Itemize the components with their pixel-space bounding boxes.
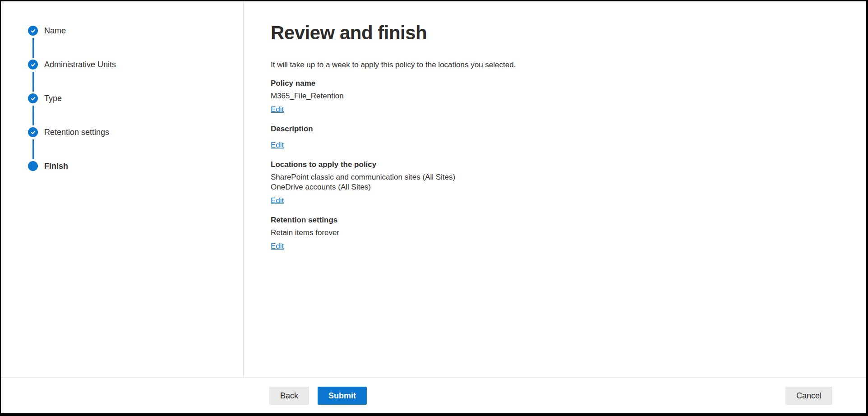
step-label: Administrative Units <box>44 60 116 69</box>
stepper-steps-list: Name Administrative Units Type Retention… <box>28 26 243 171</box>
edit-link[interactable]: Edit <box>271 140 284 150</box>
check-icon <box>30 96 36 102</box>
review-sections: Policy name M365_File_Retention Edit Des… <box>271 78 839 251</box>
step-label: Finish <box>44 161 68 171</box>
section-values: Retain items forever <box>271 228 839 238</box>
edit-link[interactable]: Edit <box>271 196 284 206</box>
check-icon <box>30 129 36 135</box>
check-icon <box>30 62 36 68</box>
edit-link[interactable]: Edit <box>271 105 284 115</box>
section-values: SharePoint classic and communication sit… <box>271 172 839 192</box>
section-heading: Description <box>271 124 839 134</box>
check-icon <box>30 28 36 34</box>
edit-link[interactable]: Edit <box>271 241 284 251</box>
step-connector-line <box>32 106 34 125</box>
step-label: Retention settings <box>44 127 109 137</box>
section-heading: Retention settings <box>271 215 839 226</box>
section-heading: Policy name <box>271 78 839 89</box>
stepper-step[interactable]: Type <box>28 93 243 127</box>
section-value: SharePoint classic and communication sit… <box>271 172 839 182</box>
step-connector-line <box>32 72 34 92</box>
step-connector-line <box>32 38 34 58</box>
section-value: Retain items forever <box>271 228 839 238</box>
stepper-step[interactable]: Administrative Units <box>28 60 243 93</box>
review-section: Description Edit <box>271 124 839 150</box>
review-panel: Review and finish It will take up to a w… <box>244 1 866 377</box>
step-status-icon <box>28 60 38 69</box>
step-status-icon <box>28 93 38 103</box>
step-label: Name <box>44 26 66 36</box>
cancel-button[interactable]: Cancel <box>785 387 832 405</box>
back-button[interactable]: Back <box>269 387 309 405</box>
step-status-icon <box>28 26 38 36</box>
section-values: M365_File_Retention <box>271 91 839 101</box>
review-section: Locations to apply the policy SharePoint… <box>271 159 839 206</box>
step-status-icon <box>28 127 38 137</box>
intro-text: It will take up to a week to apply this … <box>271 60 839 70</box>
wizard-body: Name Administrative Units Type Retention… <box>1 1 866 377</box>
review-section: Retention settings Retain items forever … <box>271 215 839 251</box>
step-connector-line <box>32 139 34 159</box>
retention-policy-wizard: Name Administrative Units Type Retention… <box>0 0 868 416</box>
section-value: M365_File_Retention <box>271 91 839 101</box>
step-label: Type <box>44 93 62 103</box>
review-section: Policy name M365_File_Retention Edit <box>271 78 839 115</box>
wizard-footer: Back Submit Cancel <box>1 377 866 413</box>
section-heading: Locations to apply the policy <box>271 159 839 170</box>
stepper-step[interactable]: Finish <box>28 161 243 171</box>
stepper-step[interactable]: Retention settings <box>28 127 243 161</box>
page-title: Review and finish <box>271 21 839 45</box>
wizard-stepper: Name Administrative Units Type Retention… <box>1 1 244 377</box>
submit-button[interactable]: Submit <box>318 387 367 405</box>
section-value: OneDrive accounts (All Sites) <box>271 182 839 192</box>
stepper-step[interactable]: Name <box>28 26 243 60</box>
step-status-icon <box>28 161 38 171</box>
